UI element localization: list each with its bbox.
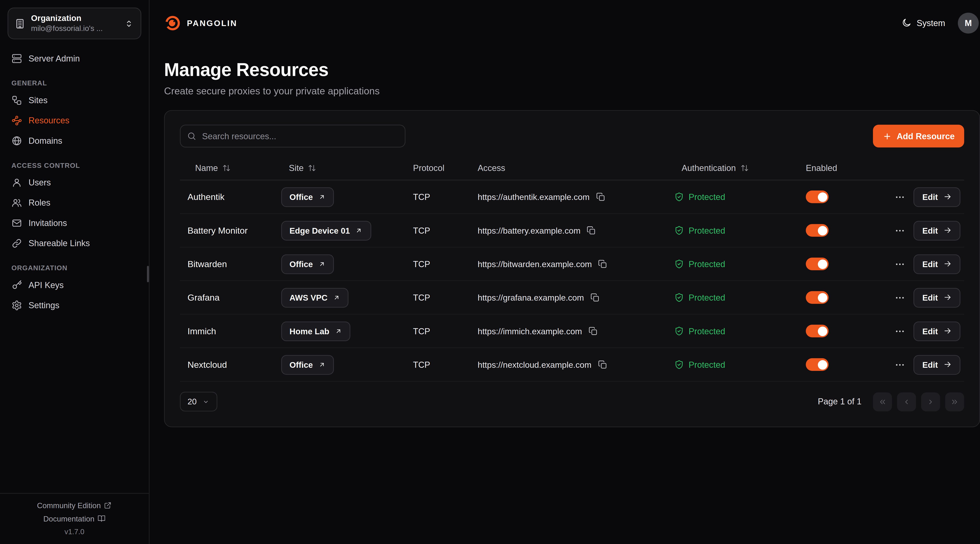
table-row: Immich Home Lab TCP https://immich.examp… <box>180 314 964 348</box>
app-window: Organization milo@fossorial.io's ... Ser… <box>0 0 980 544</box>
authentication-cell: Protected <box>667 360 798 370</box>
page-size-select[interactable]: 20 <box>180 392 218 411</box>
sidebar-item-sites[interactable]: Sites <box>6 91 143 111</box>
org-selector-text: Organization milo@fossorial.io's ... <box>31 13 118 34</box>
edit-button[interactable]: Edit <box>913 288 960 307</box>
sidebar-item-invitations[interactable]: Invitations <box>6 214 143 233</box>
copy-url-button[interactable] <box>598 360 607 369</box>
row-menu-button[interactable] <box>894 359 905 370</box>
sidebar-item-server-admin[interactable]: Server Admin <box>6 49 143 68</box>
add-resource-button[interactable]: Add Resource <box>873 125 964 147</box>
row-menu-button[interactable] <box>894 326 905 336</box>
site-link-button[interactable]: Office <box>281 254 334 274</box>
section-label-general: GENERAL <box>11 79 137 87</box>
site-cell: Office <box>274 187 405 206</box>
edit-label: Edit <box>923 259 938 269</box>
site-link-button[interactable]: Office <box>281 355 334 374</box>
site-name: AWS VPC <box>290 293 328 302</box>
resource-name: Battery Monitor <box>180 225 274 236</box>
auth-status-badge: Protected <box>674 225 725 236</box>
search-icon <box>187 132 196 141</box>
server-icon <box>11 54 22 64</box>
auth-status-badge: Protected <box>674 292 725 303</box>
page-title: Manage Resources <box>164 60 978 81</box>
user-avatar[interactable]: M <box>958 12 979 33</box>
access-url: https://nextcloud.example.com <box>478 360 592 369</box>
edit-button[interactable]: Edit <box>913 254 960 274</box>
edit-button[interactable]: Edit <box>913 220 960 240</box>
auth-status-badge: Protected <box>674 360 725 370</box>
first-page-button[interactable] <box>873 392 892 411</box>
sidebar-item-settings[interactable]: Settings <box>6 296 143 316</box>
enabled-toggle[interactable] <box>806 224 829 237</box>
community-edition-link[interactable]: Community Edition <box>6 501 143 510</box>
column-header-site[interactable]: Site <box>274 163 405 173</box>
enabled-toggle[interactable] <box>806 358 829 371</box>
next-page-button[interactable] <box>921 392 940 411</box>
edit-button[interactable]: Edit <box>913 321 960 341</box>
sidebar-item-domains[interactable]: Domains <box>6 131 143 151</box>
edit-button[interactable]: Edit <box>913 355 960 374</box>
search-input[interactable] <box>180 125 406 147</box>
shield-check-icon <box>674 259 684 269</box>
access-cell: https://nextcloud.example.com <box>470 360 667 369</box>
sidebar-item-shareable-links[interactable]: Shareable Links <box>6 234 143 254</box>
waypoints-icon <box>11 116 22 126</box>
auth-status-badge: Protected <box>674 259 725 269</box>
chevron-down-icon <box>202 398 210 405</box>
pangolin-logo-icon <box>164 14 181 31</box>
enabled-toggle[interactable] <box>806 257 829 270</box>
site-link-button[interactable]: Home Lab <box>281 321 350 341</box>
row-menu-button[interactable] <box>894 192 905 202</box>
auth-status-label: Protected <box>689 360 725 369</box>
previous-page-button[interactable] <box>897 392 916 411</box>
documentation-link[interactable]: Documentation <box>6 514 143 523</box>
column-label: Name <box>195 163 218 173</box>
site-name: Home Lab <box>290 326 329 336</box>
sidebar-item-users[interactable]: Users <box>6 173 143 193</box>
edit-label: Edit <box>923 360 938 369</box>
site-link-button[interactable]: Edge Device 01 <box>281 220 371 240</box>
row-menu-button[interactable] <box>894 225 905 236</box>
row-menu-button[interactable] <box>894 292 905 303</box>
arrow-up-right-icon <box>334 327 342 335</box>
sidebar-scrollbar-thumb[interactable] <box>147 266 149 282</box>
enabled-toggle[interactable] <box>806 291 829 304</box>
column-header-authentication[interactable]: Authentication <box>667 163 798 173</box>
site-name: Office <box>290 259 313 269</box>
row-menu-button[interactable] <box>894 259 905 269</box>
actions-cell: Edit <box>887 288 964 307</box>
pagination: Page 1 of 1 <box>818 392 964 411</box>
shield-check-icon <box>674 225 684 236</box>
page-size-value: 20 <box>188 397 197 406</box>
column-header-name[interactable]: Name <box>180 163 274 173</box>
copy-url-button[interactable] <box>590 293 600 302</box>
edit-button[interactable]: Edit <box>913 187 960 206</box>
site-name: Office <box>290 192 313 201</box>
sidebar-item-roles[interactable]: Roles <box>6 193 143 213</box>
actions-cell: Edit <box>887 220 964 240</box>
access-cell: https://bitwarden.example.com <box>470 259 667 269</box>
site-cell: AWS VPC <box>274 288 405 307</box>
ellipsis-icon <box>894 192 905 202</box>
sidebar-item-api-keys[interactable]: API Keys <box>6 276 143 295</box>
theme-selector[interactable]: System <box>901 17 945 28</box>
auth-status-label: Protected <box>689 259 725 269</box>
copy-url-button[interactable] <box>587 226 596 235</box>
table-row: Grafana AWS VPC TCP https://grafana.exam… <box>180 281 964 314</box>
copy-url-button[interactable] <box>598 259 608 268</box>
last-page-button[interactable] <box>945 392 964 411</box>
enabled-toggle[interactable] <box>806 190 829 203</box>
table-footer: 20 Page 1 of 1 <box>180 392 964 411</box>
enabled-cell <box>798 325 887 338</box>
arrow-right-icon <box>943 360 951 369</box>
enabled-toggle[interactable] <box>806 325 829 338</box>
org-selector[interactable]: Organization milo@fossorial.io's ... <box>8 8 141 40</box>
copy-url-button[interactable] <box>589 327 598 336</box>
site-link-button[interactable]: Office <box>281 187 334 206</box>
site-link-button[interactable]: AWS VPC <box>281 288 349 307</box>
sidebar-item-label: Roles <box>29 198 50 208</box>
table-row: Authentik Office TCP https://authentik.e… <box>180 180 964 214</box>
copy-url-button[interactable] <box>596 192 605 201</box>
sidebar-item-resources[interactable]: Resources <box>6 111 143 131</box>
